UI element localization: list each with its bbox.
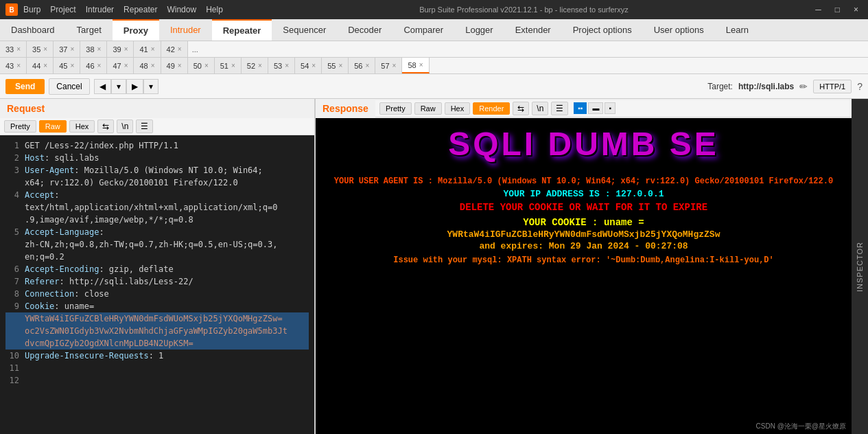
tab-33[interactable]: 33 × [0,41,27,57]
tab-more[interactable]: ... [188,45,202,54]
tab-44[interactable]: 44 × [27,58,54,73]
http-version-button[interactable]: HTTP/1 [813,80,852,93]
next-button[interactable]: ▶ [126,79,143,94]
menu-repeater[interactable]: Repeater [124,5,157,14]
tab-46[interactable]: 46 × [80,58,107,73]
cookie-label-line: YOUR COOKIE : uname = [322,217,845,228]
tab-49[interactable]: 49 × [161,58,188,73]
tab-37[interactable]: 37 × [54,41,80,57]
send-button[interactable]: Send [5,79,45,94]
response-panel: Response Pretty Raw Hex Render ⇆ \n ☰ ▪▪… [316,99,852,434]
code-line-9d: dvcmQpIGZyb2OgdXNlcnMpLDB4N2UpKSM= [5,337,309,350]
target-label: Target: [707,82,733,91]
tab-51[interactable]: 51 × [215,58,242,73]
prev-button[interactable]: ◀ [94,79,111,94]
tab-57[interactable]: 57 × [375,58,402,73]
response-render-btn[interactable]: Render [473,102,510,115]
response-text-content: YOUR USER AGENT IS : Mozilla/5.0 (Window… [322,170,845,265]
request-hex-btn[interactable]: Hex [69,120,95,133]
nav-target[interactable]: Target [66,19,113,41]
response-raw-btn[interactable]: Raw [414,102,442,115]
cancel-button[interactable]: Cancel [49,78,89,95]
edit-target-icon[interactable]: ✏ [799,81,808,92]
request-code-area[interactable]: 1GET /Less-22/index.php HTTP/1.1 2Host: … [0,135,314,434]
code-line-11: 11 [5,362,309,374]
tab-42[interactable]: 42 × [161,41,188,57]
nav-decoder[interactable]: Decoder [337,19,392,41]
tab-41[interactable]: 41 × [134,41,161,57]
response-icon1-btn[interactable]: ⇆ [513,102,529,115]
tab-38[interactable]: 38 × [80,41,107,57]
response-pretty-btn[interactable]: Pretty [379,102,412,115]
response-toolbar: Pretty Raw Hex Render ⇆ \n ☰ ▪▪ ▬ ▪ [375,100,852,117]
code-line-8: 8Connection: close [5,288,309,300]
menu-help[interactable]: Help [206,5,223,14]
tab-52[interactable]: 52 × [242,58,268,73]
title-bar: B Burp Project Intruder Repeater Window … [0,0,868,19]
nav-sequencer[interactable]: Sequencer [272,19,337,41]
tab-45[interactable]: 45 × [54,58,80,73]
minimize-button[interactable]: ─ [811,3,825,16]
user-agent-line: YOUR USER AGENT IS : Mozilla/5.0 (Window… [322,176,845,186]
close-button[interactable]: × [849,3,863,16]
maximize-button[interactable]: □ [831,3,844,16]
layout-vert-btn[interactable]: ▬ [588,102,603,114]
response-icon2-btn[interactable]: \n [532,102,548,115]
menu-window[interactable]: Window [167,5,196,14]
tab-53[interactable]: 53 × [268,58,295,73]
request-pretty-btn[interactable]: Pretty [4,120,36,133]
nav-user-options[interactable]: User options [643,19,715,41]
nav-intruder[interactable]: Intruder [159,19,212,41]
menu-intruder[interactable]: Intruder [86,5,114,14]
code-line-7: 7Referer: http://sqli.labs/Less-22/ [5,275,309,288]
nav-learn[interactable]: Learn [715,19,760,41]
request-wrap-btn[interactable]: ⇆ [97,119,114,133]
nav-comparer[interactable]: Comparer [392,19,454,41]
menu-project[interactable]: Project [50,5,75,14]
code-line-5: 5Accept-Language: [5,226,309,238]
request-menu-btn[interactable]: ☰ [136,119,153,133]
response-menu-btn[interactable]: ☰ [551,102,568,115]
tab-55[interactable]: 55 × [322,58,349,73]
layout-full-btn[interactable]: ▪ [605,102,615,114]
request-newline-btn[interactable]: \n [117,119,133,133]
window-controls[interactable]: ─ □ × [811,3,863,16]
tab-43[interactable]: 43 × [0,58,27,73]
response-content-area: SQLI DUMB SE YOUR USER AGENT IS : Mozill… [316,118,852,434]
response-hex-btn[interactable]: Hex [445,102,471,115]
request-panel: Request Pretty Raw Hex ⇆ \n ☰ 1GET /Less… [0,99,316,434]
cookie-value-line: YWRtaW4iIGFuZCBleHRyYWN0dmFsdWUoMSxjb25j… [322,229,845,240]
menu-bar[interactable]: Burp Project Intruder Repeater Window He… [23,5,223,14]
code-line-4b: text/html,application/xhtml+xml,applicat… [5,201,309,214]
tab-58[interactable]: 58 × [402,58,429,73]
tab-56[interactable]: 56 × [349,58,375,73]
code-line-3: 3User-Agent: Mozilla/5.0 (Windows NT 10.… [5,164,309,176]
tab-50[interactable]: 50 × [188,58,215,73]
expires-line: and expires: Mon 29 Jan 2024 - 00:27:08 [322,241,845,251]
nav-dashboard[interactable]: Dashboard [0,19,66,41]
rendered-page: SQLI DUMB SE YOUR USER AGENT IS : Mozill… [316,118,852,434]
tab-row-2: 43 × 44 × 45 × 46 × 47 × 48 × 49 × 50 × … [0,58,868,74]
layout-split-btn[interactable]: ▪▪ [574,102,587,114]
nav-proxy[interactable]: Proxy [113,19,159,41]
code-line-10: 10Upgrade-Insecure-Requests: 1 [5,350,309,362]
tab-48[interactable]: 48 × [134,58,161,73]
next-dropdown[interactable]: ▾ [143,79,159,94]
code-line-4: 4Accept: [5,189,309,201]
menu-burp[interactable]: Burp [23,5,40,14]
code-line-4c: .9,image/avif,image/webp,*/*;q=0.8 [5,214,309,226]
tab-35[interactable]: 35 × [27,41,54,57]
nav-extender[interactable]: Extender [504,19,562,41]
nav-logger[interactable]: Logger [454,19,504,41]
help-icon[interactable]: ? [857,81,863,92]
nav-repeater[interactable]: Repeater [212,19,272,41]
inspector-sidebar[interactable]: INSPECTOR [852,99,868,434]
nav-project-options[interactable]: Project options [562,19,643,41]
tab-39[interactable]: 39 × [107,41,134,57]
request-raw-btn[interactable]: Raw [39,120,67,133]
prev-dropdown[interactable]: ▾ [111,79,126,94]
code-line-12: 12 [5,374,309,387]
tab-47[interactable]: 47 × [107,58,134,73]
watermark: CSDN @沦海一栗@星火燎原 [756,422,846,431]
tab-54[interactable]: 54 × [295,58,322,73]
